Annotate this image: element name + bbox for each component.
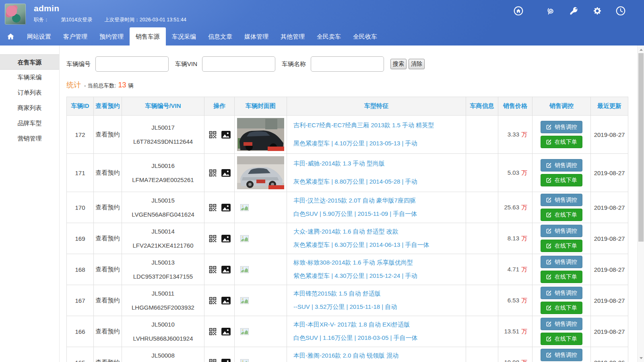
search-input-2[interactable] bbox=[311, 56, 384, 72]
online-order-button[interactable]: 在线下单 bbox=[541, 174, 582, 186]
table-row: 165 查看预约 JL50008 LHGCR5663JH8102138 本田-雅… bbox=[67, 347, 628, 362]
nav-tab-8[interactable]: 全民卖车 bbox=[311, 27, 347, 46]
photo-icon[interactable] bbox=[221, 131, 231, 139]
sales-control-cell: 销售调控 在线下单 bbox=[533, 116, 591, 154]
vehicle-cover-photo[interactable] bbox=[235, 156, 286, 189]
qrcode-icon[interactable] bbox=[208, 358, 217, 362]
photo-icon[interactable] bbox=[221, 169, 231, 177]
nav-tab-7[interactable]: 其他管理 bbox=[275, 27, 311, 46]
cover-image-cell bbox=[235, 285, 287, 316]
search-input-1[interactable] bbox=[202, 56, 275, 72]
vehicle-code-vin-cell: JL50016 LFMA7E2A9E0025261 bbox=[122, 154, 204, 192]
clock-icon[interactable] bbox=[616, 6, 625, 16]
scrollbar-up-arrow[interactable] bbox=[638, 46, 644, 53]
nav-tab-1[interactable]: 客户管理 bbox=[57, 27, 93, 46]
avatar[interactable] bbox=[5, 4, 26, 25]
nav-tab-2[interactable]: 预约管理 bbox=[93, 27, 130, 46]
qrcode-icon[interactable] bbox=[208, 296, 217, 305]
photo-icon[interactable] bbox=[221, 204, 231, 211]
vehicle-title-link[interactable]: 大众-速腾-2014款 1.6 自动 舒适型 改款 bbox=[293, 228, 465, 236]
nav-tab-6[interactable]: 媒体管理 bbox=[238, 27, 275, 46]
home-circle-icon[interactable] bbox=[514, 6, 523, 16]
scrollbar-thumb[interactable] bbox=[638, 53, 644, 242]
vehicle-title-link[interactable]: 标致-标致308-2014款 1.6 手动 乐享版优尚型 bbox=[293, 259, 465, 267]
online-order-button[interactable]: 在线下单 bbox=[541, 136, 582, 148]
view-booking-link[interactable]: 查看预约 bbox=[96, 328, 120, 335]
photo-icon[interactable] bbox=[221, 297, 231, 304]
sidebar-item-3[interactable]: 商家列表 bbox=[0, 100, 59, 116]
vehicle-code-vin-cell: JL50008 LHGCR5663JH8102138 bbox=[122, 347, 204, 362]
sales-control-button[interactable]: 销售调控 bbox=[541, 318, 582, 330]
nav-tab-4[interactable]: 车况采编 bbox=[166, 27, 202, 46]
vehicle-title-link[interactable]: 吉利-EC7经典-EC7经典三厢 2013款 1.5 手动 精英型 bbox=[293, 122, 465, 129]
sales-control-button[interactable]: 销售调控 bbox=[541, 121, 582, 133]
online-order-button[interactable]: 在线下单 bbox=[541, 240, 582, 252]
search-input-0[interactable] bbox=[95, 56, 169, 72]
qrcode-icon[interactable] bbox=[208, 203, 217, 212]
qrcode-icon[interactable] bbox=[208, 130, 217, 139]
sidebar-item-0[interactable]: 在售车源 bbox=[0, 54, 59, 70]
sidebar-item-2[interactable]: 订单列表 bbox=[0, 85, 59, 100]
nav-home-icon[interactable] bbox=[0, 27, 21, 46]
sales-control-button[interactable]: 销售调控 bbox=[541, 194, 582, 206]
nav-tab-0[interactable]: 网站设置 bbox=[21, 27, 57, 46]
view-booking-link[interactable]: 查看预约 bbox=[96, 169, 120, 176]
vehicle-title-link[interactable]: 丰田-威驰-2014款 1.3 手动 型尚版 bbox=[293, 160, 465, 168]
photo-icon[interactable] bbox=[221, 266, 231, 273]
sales-control-button[interactable]: 销售调控 bbox=[541, 287, 582, 299]
scrollbar-down-arrow[interactable] bbox=[638, 355, 644, 361]
qrcode-icon[interactable] bbox=[208, 169, 217, 177]
online-order-button[interactable]: 在线下单 bbox=[541, 333, 582, 345]
clear-button[interactable]: 清除 bbox=[409, 59, 425, 69]
sidebar-item-4[interactable]: 品牌车型 bbox=[0, 116, 59, 131]
vehicle-id-cell: 168 bbox=[67, 254, 94, 285]
cover-image-cell bbox=[235, 347, 287, 362]
online-order-button[interactable]: 在线下单 bbox=[541, 271, 582, 283]
sales-control-cell: 销售调控 在线下单 bbox=[533, 316, 591, 347]
price-cell: 5.03万 bbox=[498, 154, 533, 192]
vehicle-title-link[interactable]: 本田-本田XR-V- 2017款 1.8 自动 EXi舒适版 bbox=[293, 321, 465, 329]
photo-icon[interactable] bbox=[221, 235, 231, 242]
sales-control-button[interactable]: 销售调控 bbox=[541, 256, 582, 268]
vertical-scrollbar[interactable] bbox=[637, 46, 644, 362]
sidebar-item-5[interactable]: 营销管理 bbox=[0, 131, 59, 146]
sales-control-button[interactable]: 销售调控 bbox=[541, 159, 582, 172]
vehicle-cover-photo[interactable] bbox=[235, 118, 286, 151]
gear-icon[interactable] bbox=[592, 6, 602, 16]
search-button[interactable]: 搜索 bbox=[390, 59, 407, 69]
features-cell: 丰田-汉兰达-2015款 2.0T 自动 豪华版7座四驱 白色SUV | 5.9… bbox=[287, 192, 466, 223]
view-booking-link[interactable]: 查看预约 bbox=[96, 266, 120, 273]
online-order-button[interactable]: 在线下单 bbox=[541, 302, 582, 314]
vehicle-specs: 灰色紧凑型车 | 8.80万公里 | 2014-05-28 | 手动 bbox=[293, 178, 465, 186]
nav-tab-3[interactable]: 销售车源 bbox=[130, 27, 166, 46]
updated-cell: 2019-08-26 bbox=[591, 347, 628, 362]
sales-control-button[interactable]: 销售调控 bbox=[541, 349, 582, 361]
vehicle-title-link[interactable]: 本田锋范2015款 1.5 自动 舒适版 bbox=[293, 290, 465, 298]
view-booking-link[interactable]: 查看预约 bbox=[96, 131, 120, 138]
vehicle-specs: 黑色紧凑型车 | 4.10万公里 | 2013-05-13 | 手动 bbox=[293, 140, 465, 147]
sales-control-cell: 销售调控 在线下单 bbox=[533, 223, 591, 254]
view-booking-link[interactable]: 查看预约 bbox=[96, 359, 120, 362]
qrcode-icon[interactable] bbox=[208, 327, 217, 336]
key-icon[interactable] bbox=[569, 6, 579, 16]
role-label: 职务： bbox=[34, 17, 49, 23]
vehicle-title-link[interactable]: 本田-雅阁-2016款 2.0 自动 锐领版 混动 bbox=[293, 352, 465, 360]
table-row: 170 查看预约 JL50015 LVGEN56A8FG041624 丰田-汉兰… bbox=[67, 192, 628, 223]
features-cell: 本田锋范2015款 1.5 自动 舒适版 --SUV | 3.52万公里 | 2… bbox=[287, 285, 466, 316]
nav-tab-5[interactable]: 信息文章 bbox=[202, 27, 238, 46]
online-order-button[interactable]: 在线下单 bbox=[541, 209, 582, 221]
sidebar-item-1[interactable]: 车辆采编 bbox=[0, 70, 59, 85]
photo-icon[interactable] bbox=[221, 359, 231, 362]
qrcode-icon[interactable] bbox=[208, 265, 217, 274]
photo-icon[interactable] bbox=[221, 328, 231, 335]
nav-tab-9[interactable]: 全民收车 bbox=[347, 27, 383, 46]
view-booking-link[interactable]: 查看预约 bbox=[96, 297, 120, 304]
search-form: 车辆编号车辆VIN车辆名称 搜索 清除 bbox=[66, 56, 644, 72]
view-booking-link[interactable]: 查看预约 bbox=[96, 204, 120, 211]
vehicle-title-link[interactable]: 丰田-汉兰达-2015款 2.0T 自动 豪华版7座四驱 bbox=[293, 197, 465, 205]
qrcode-icon[interactable] bbox=[208, 234, 217, 243]
vehicle-code-vin-cell: JL50015 LVGEN56A8FG041624 bbox=[122, 192, 204, 223]
spiral-icon[interactable] bbox=[546, 6, 555, 16]
view-booking-link[interactable]: 查看预约 bbox=[96, 235, 120, 242]
sales-control-button[interactable]: 销售调控 bbox=[541, 225, 582, 237]
